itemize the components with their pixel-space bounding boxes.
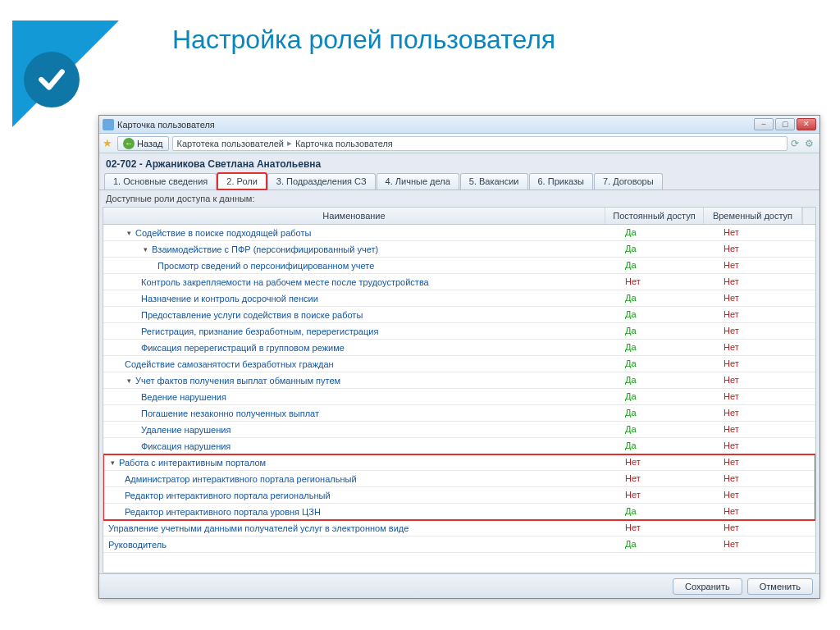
table-row[interactable]: ▾Учет фактов получения выплат обманным п… [103,372,815,389]
save-button[interactable]: Сохранить [673,578,742,595]
nav-toolbar: ★ ← Назад Картотека пользователей ▸ Карт… [99,134,819,153]
row-permanent[interactable]: Да [619,536,717,552]
table-row[interactable]: Управление учетными данными получателей … [103,520,815,536]
row-permanent[interactable]: Нет [619,487,717,503]
tab-3[interactable]: 4. Личные дела [377,173,459,189]
row-temporary[interactable]: Нет [717,307,815,322]
table-row[interactable]: Контроль закрепляемости на рабочем месте… [103,274,815,290]
window-maximize-button[interactable]: ▢ [775,118,795,130]
table-row[interactable]: ▾Содействие в поиске подходящей работыДа… [103,225,815,241]
row-temporary[interactable]: Нет [717,487,815,503]
row-permanent[interactable]: Да [619,225,717,240]
breadcrumb-sep-icon: ▸ [287,138,292,148]
tab-6[interactable]: 7. Договоры [594,173,663,189]
column-name[interactable]: Наименование [103,208,605,224]
back-button[interactable]: ← Назад [117,136,169,151]
tree-toggle-icon[interactable]: ▾ [125,229,133,237]
tab-5[interactable]: 6. Приказы [529,173,593,189]
table-row[interactable]: Ведение нарушенияДаНет [103,389,815,405]
tree-toggle-icon[interactable]: ▾ [141,245,149,253]
tab-2[interactable]: 3. Подразделения СЗ [267,173,376,189]
row-permanent[interactable]: Да [619,389,717,404]
tree-toggle-icon[interactable]: ▾ [108,459,116,467]
row-permanent[interactable]: Да [619,422,717,437]
row-permanent[interactable]: Да [619,504,717,519]
table-row[interactable]: Фиксация нарушенияДаНет [103,438,815,454]
row-name: Редактор интерактивного портала уровня Ц… [103,504,619,519]
grid-body[interactable]: ▾Содействие в поиске подходящей работыДа… [103,225,815,573]
row-temporary[interactable]: Нет [717,405,815,421]
row-permanent[interactable]: Да [619,323,717,339]
tab-strip: 1. Основные сведения2. Роли3. Подразделе… [99,173,819,190]
table-row[interactable]: ▾Взаимодействие с ПФР (персонифицированн… [103,241,815,258]
row-permanent[interactable]: Нет [619,274,717,290]
row-permanent[interactable]: Да [619,372,717,388]
row-temporary[interactable]: Нет [717,241,815,257]
row-temporary[interactable]: Нет [717,422,815,437]
row-temporary[interactable]: Нет [717,504,815,519]
row-permanent[interactable]: Да [619,438,717,454]
row-temporary[interactable]: Нет [717,372,815,388]
window-minimize-button[interactable]: – [754,118,774,130]
table-row[interactable]: Назначение и контроль досрочной пенсииДа… [103,290,815,307]
row-temporary[interactable]: Нет [717,536,815,552]
tree-toggle-icon[interactable]: ▾ [125,377,133,385]
row-permanent[interactable]: Нет [619,520,717,536]
table-row[interactable]: Просмотр сведений о персонифицированном … [103,258,815,274]
cancel-button[interactable]: Отменить [747,578,813,595]
table-row[interactable]: Удаление нарушенияДаНет [103,422,815,438]
row-temporary[interactable]: Нет [717,258,815,273]
row-permanent[interactable]: Да [619,356,717,372]
row-name: Фиксация перерегистраций в групповом реж… [103,340,619,355]
table-row[interactable]: Фиксация перерегистраций в групповом реж… [103,340,815,356]
gear-icon[interactable]: ⚙ [805,138,816,149]
row-permanent[interactable]: Да [619,241,717,257]
row-name-text: Просмотр сведений о персонифицированном … [158,261,374,271]
tab-4[interactable]: 5. Вакансии [460,173,528,189]
app-window: Карточка пользователя – ▢ ✕ ★ ← Назад Ка… [98,115,820,599]
roles-subheader: Доступные роли доступа к данным: [99,190,819,207]
table-row[interactable]: Редактор интерактивного портала уровня Ц… [103,504,815,520]
row-name: Удаление нарушения [103,422,619,437]
breadcrumb[interactable]: Картотека пользователей ▸ Карточка польз… [172,136,788,151]
window-titlebar[interactable]: Карточка пользователя – ▢ ✕ [99,116,819,134]
row-name-text: Регистрация, признание безработным, пере… [141,326,378,336]
row-temporary[interactable]: Нет [717,323,815,339]
row-temporary[interactable]: Нет [717,290,815,306]
table-row[interactable]: Погашение незаконно полученных выплатДаН… [103,405,815,422]
row-permanent[interactable]: Да [619,290,717,306]
row-temporary[interactable]: Нет [717,274,815,290]
row-permanent[interactable]: Да [619,340,717,355]
row-permanent[interactable]: Да [619,405,717,421]
highlighted-role-block: ▾Работа с интерактивным порталомНетНетАд… [103,454,815,520]
window-close-button[interactable]: ✕ [797,118,816,130]
row-temporary[interactable]: Нет [717,438,815,454]
row-temporary[interactable]: Нет [717,356,815,372]
table-row[interactable]: Содействие самозанятости безработных гра… [103,356,815,372]
row-temporary[interactable]: Нет [717,471,815,486]
table-row[interactable]: Предоставление услуги содействия в поиск… [103,307,815,323]
row-temporary[interactable]: Нет [717,389,815,404]
row-temporary[interactable]: Нет [717,520,815,536]
row-name-text: Предоставление услуги содействия в поиск… [141,310,363,320]
row-permanent[interactable]: Да [619,307,717,322]
table-row[interactable]: РуководительДаНет [103,536,815,553]
row-name-text: Взаимодействие с ПФР (персонифицированны… [152,244,378,254]
row-temporary[interactable]: Нет [717,225,815,240]
column-temporary[interactable]: Временный доступ [704,208,802,224]
column-permanent[interactable]: Постоянный доступ [605,208,704,224]
table-row[interactable]: Редактор интерактивного портала регионал… [103,487,815,504]
slide-title: Настройка ролей пользователя [172,25,555,55]
table-row[interactable]: ▾Работа с интерактивным порталомНетНет [103,454,815,471]
table-row[interactable]: Регистрация, признание безработным, пере… [103,323,815,340]
row-temporary[interactable]: Нет [717,340,815,355]
refresh-icon[interactable]: ⟳ [791,138,802,149]
row-permanent[interactable]: Нет [619,471,717,486]
row-permanent[interactable]: Нет [619,454,717,470]
tab-1[interactable]: 2. Роли [217,173,267,189]
table-row[interactable]: Администратор интерактивного портала рег… [103,471,815,487]
tab-0[interactable]: 1. Основные сведения [104,173,217,189]
row-temporary[interactable]: Нет [717,454,815,470]
row-permanent[interactable]: Да [619,258,717,273]
favorite-icon[interactable]: ★ [103,138,114,149]
